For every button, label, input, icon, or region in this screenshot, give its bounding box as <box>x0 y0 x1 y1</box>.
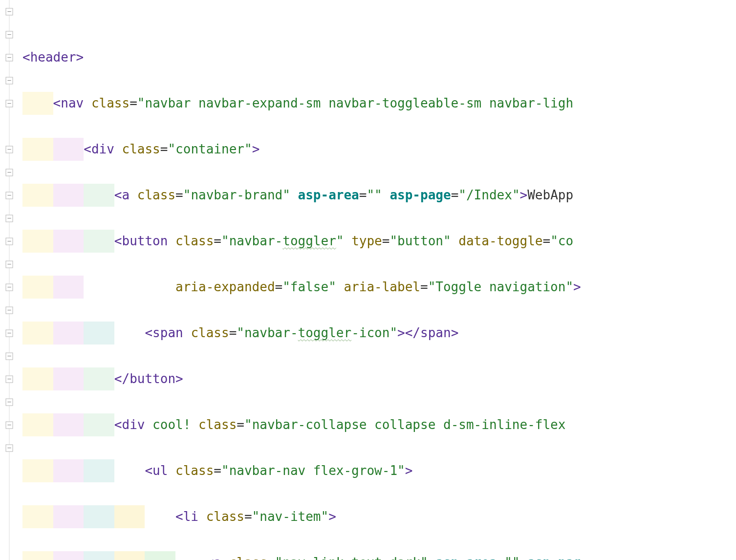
code-line[interactable]: <header> <box>22 46 736 69</box>
code-line[interactable]: <nav class="navbar navbar-expand-sm navb… <box>22 92 736 115</box>
code-line[interactable]: <li class="nav-item"> <box>22 505 736 528</box>
fold-handle-icon[interactable] <box>6 306 13 314</box>
fold-handle-icon[interactable] <box>6 146 13 153</box>
code-line[interactable]: <button class="navbar-toggler" type="but… <box>22 230 736 253</box>
code-line[interactable]: <span class="navbar-toggler-icon"></span… <box>22 322 736 345</box>
fold-handle-icon[interactable] <box>6 31 13 38</box>
fold-handle-icon[interactable] <box>6 444 13 452</box>
fold-handle-icon[interactable] <box>6 54 13 61</box>
code-line[interactable]: <a class="navbar-brand" asp-area="" asp-… <box>22 184 736 207</box>
code-editor[interactable]: <header> <nav class="navbar navbar-expan… <box>0 0 736 560</box>
code-area[interactable]: <header> <nav class="navbar navbar-expan… <box>19 0 736 560</box>
fold-handle-icon[interactable] <box>6 100 13 107</box>
code-line[interactable]: <ul class="navbar-nav flex-grow-1"> <box>22 459 736 482</box>
fold-handle-icon[interactable] <box>6 192 13 199</box>
fold-handle-icon[interactable] <box>6 260 13 268</box>
fold-handle-icon[interactable] <box>6 398 13 406</box>
code-line[interactable]: </button> <box>22 367 736 390</box>
code-line[interactable]: <div cool! class="navbar-collapse collap… <box>22 413 736 436</box>
fold-handle-icon[interactable] <box>6 77 13 84</box>
code-line[interactable]: <a class="nav-link text-dark" asp-area="… <box>22 551 736 560</box>
fold-handle-icon[interactable] <box>6 237 13 245</box>
fold-handle-icon[interactable] <box>6 215 13 222</box>
fold-handle-icon[interactable] <box>6 352 13 360</box>
fold-handle-icon[interactable] <box>6 283 13 291</box>
fold-handle-icon[interactable] <box>6 169 13 176</box>
fold-handle-icon[interactable] <box>6 375 13 383</box>
fold-handle-icon[interactable] <box>6 421 13 429</box>
code-line[interactable]: <div class="container"> <box>22 138 736 161</box>
code-line[interactable]: aria-expanded="false" aria-label="Toggle… <box>22 276 736 299</box>
fold-handle-icon[interactable] <box>6 8 13 15</box>
fold-handle-icon[interactable] <box>6 329 13 337</box>
fold-gutter <box>0 0 19 560</box>
